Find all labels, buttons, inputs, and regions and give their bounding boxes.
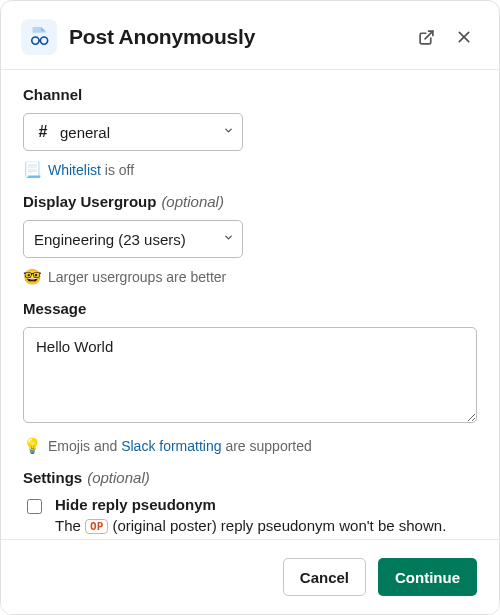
usergroup-hint-text: Larger usergroups are better: [48, 269, 226, 285]
dialog-body: Channel # general 📃 Whitelist is off Dis…: [1, 70, 499, 539]
whitelist-link[interactable]: Whitelist: [48, 162, 101, 178]
hash-icon: #: [34, 123, 52, 141]
settings-optional: (optional): [87, 469, 150, 486]
dialog-header: Post Anonymously: [1, 1, 499, 69]
svg-line-2: [425, 31, 433, 39]
usergroup-hint: 🤓 Larger usergroups are better: [23, 268, 477, 286]
open-external-icon[interactable]: [411, 22, 441, 52]
close-icon[interactable]: [449, 22, 479, 52]
usergroup-value: Engineering (23 users): [34, 231, 223, 248]
chevron-down-icon: [223, 232, 234, 246]
message-hint-suffix: are supported: [222, 438, 312, 454]
channel-select[interactable]: # general: [23, 113, 243, 151]
usergroup-label: Display Usergroup (optional): [23, 193, 477, 210]
hide-pseudonym-desc-pre: The: [55, 517, 85, 534]
hide-pseudonym-desc-post: (original poster) reply pseudonym won't …: [108, 517, 446, 534]
message-hint-prefix: Emojis and: [48, 438, 121, 454]
cancel-button[interactable]: Cancel: [283, 558, 366, 596]
dialog-title: Post Anonymously: [69, 25, 411, 49]
app-icon: [21, 19, 57, 55]
hide-pseudonym-checkbox[interactable]: [27, 499, 42, 514]
hide-pseudonym-desc: The OP (original poster) reply pseudonym…: [55, 517, 446, 534]
channel-hint-suffix: is off: [101, 162, 134, 178]
message-input[interactable]: [23, 327, 477, 423]
hide-pseudonym-title: Hide reply pseudonym: [55, 496, 446, 513]
channel-hint: 📃 Whitelist is off: [23, 161, 477, 179]
settings-label: Settings (optional): [23, 469, 477, 486]
message-hint: 💡 Emojis and Slack formatting are suppor…: [23, 437, 477, 455]
scroll-icon: 📃: [23, 161, 42, 179]
nerd-face-icon: 🤓: [23, 268, 42, 286]
hide-pseudonym-row: Hide reply pseudonym The OP (original po…: [23, 496, 477, 534]
usergroup-label-text: Display Usergroup: [23, 193, 156, 210]
usergroup-optional: (optional): [161, 193, 224, 210]
channel-value: general: [60, 124, 223, 141]
channel-label: Channel: [23, 86, 477, 103]
op-badge: OP: [85, 519, 108, 534]
svg-point-0: [32, 37, 39, 44]
svg-point-1: [40, 37, 47, 44]
bulb-icon: 💡: [23, 437, 42, 455]
dialog-footer: Cancel Continue: [1, 539, 499, 614]
usergroup-select[interactable]: Engineering (23 users): [23, 220, 243, 258]
chevron-down-icon: [223, 125, 234, 139]
slack-formatting-link[interactable]: Slack formatting: [121, 438, 221, 454]
continue-button[interactable]: Continue: [378, 558, 477, 596]
settings-label-text: Settings: [23, 469, 82, 486]
message-label: Message: [23, 300, 477, 317]
